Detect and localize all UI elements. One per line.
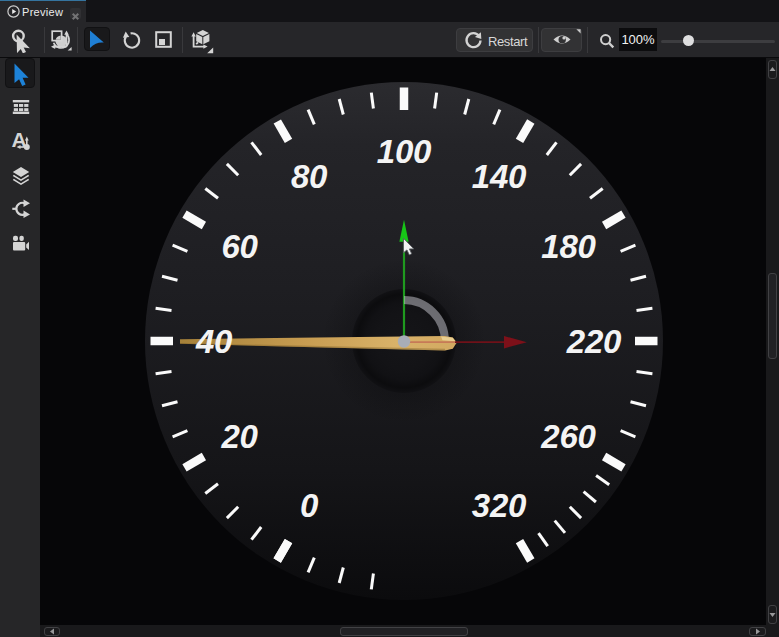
svg-text:20: 20	[220, 418, 258, 455]
svg-text:100: 100	[377, 133, 432, 170]
svg-text:260: 260	[540, 418, 596, 455]
svg-text:80: 80	[291, 158, 328, 195]
svg-text:140: 140	[472, 158, 527, 195]
svg-text:0: 0	[300, 487, 319, 524]
svg-text:180: 180	[541, 228, 596, 265]
svg-text:40: 40	[195, 323, 233, 360]
svg-text:60: 60	[221, 228, 258, 265]
svg-text:220: 220	[566, 323, 622, 360]
svg-text:320: 320	[472, 487, 527, 524]
